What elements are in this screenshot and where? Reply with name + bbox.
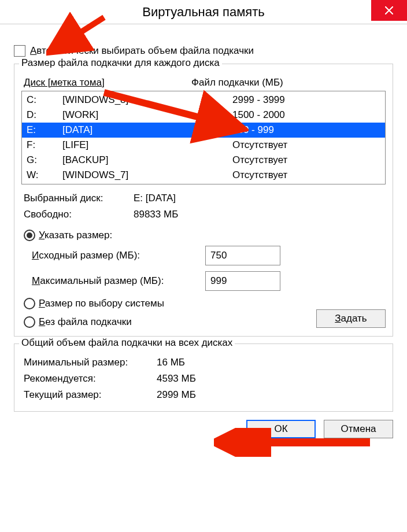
custom-size-radio-row[interactable]: Указать размер: (24, 230, 386, 241)
drive-paging-size: Отсутствует (232, 153, 380, 168)
drive-label: [WORK] (62, 108, 232, 123)
drive-label: [WINDOWS_7] (62, 168, 232, 183)
dialog-buttons: ОК Отмена (14, 420, 393, 438)
drives-group-label: Размер файла подкачки для каждого диска (19, 57, 222, 69)
close-button[interactable] (371, 0, 407, 21)
min-size-label: Минимальный размер: (24, 354, 157, 371)
totals-group: Общий объем файла подкачки на всех диска… (14, 343, 393, 412)
drive-list-headers: Диск [метка тома] Файл подкачки (МБ) (24, 77, 386, 88)
drives-group: Размер файла подкачки для каждого диска … (14, 64, 393, 337)
min-size-value: 16 МБ (157, 354, 185, 371)
close-icon (385, 6, 393, 14)
selected-drive-info: Выбранный диск: E: [DATA] Свободно: 8983… (24, 190, 386, 223)
initial-size-input[interactable] (205, 246, 280, 265)
drive-label: [WINDOWS_8] (62, 93, 232, 108)
drive-label: [LIFE] (62, 138, 232, 153)
no-paging-radio[interactable] (24, 316, 35, 328)
drive-row[interactable]: D: [WORK] 1500 - 2000 (22, 108, 385, 123)
drive-letter: F: (27, 138, 62, 153)
system-size-label: Размер по выбору системы (39, 298, 164, 309)
cancel-button[interactable]: Отмена (324, 420, 393, 438)
drive-row[interactable]: W: [WINDOWS_7] Отсутствует (22, 168, 385, 183)
drive-label: [BACKUP] (62, 153, 232, 168)
totals-group-label: Общий объем файла подкачки на всех диска… (19, 337, 235, 349)
window-title: Виртуальная память (142, 5, 264, 20)
titlebar: Виртуальная память (0, 0, 407, 24)
auto-manage-label: Автоматически выбирать объем файла подка… (30, 45, 254, 57)
drive-label: [DATA] (62, 123, 232, 138)
current-size-value: 2999 МБ (157, 387, 196, 403)
selected-drive-value: E: [DATA] (134, 190, 176, 206)
drive-paging-size: 1500 - 2000 (232, 108, 380, 123)
free-space-label: Свободно: (24, 206, 134, 223)
custom-size-label: Указать размер: (39, 230, 112, 241)
header-paging: Файл подкачки (МБ) (191, 77, 283, 88)
free-space-value: 89833 МБ (134, 206, 178, 223)
header-drive: Диск [метка тома] (24, 77, 191, 88)
auto-manage-row[interactable]: Автоматически выбирать объем файла подка… (14, 45, 393, 57)
system-size-radio[interactable] (24, 298, 35, 309)
max-size-input[interactable] (205, 271, 280, 291)
drive-letter: G: (27, 153, 62, 168)
selected-drive-label: Выбранный диск: (24, 190, 134, 206)
drive-paging-size: 2999 - 3999 (232, 93, 380, 108)
drive-letter: E: (27, 123, 62, 138)
drive-paging-size: 750 - 999 (232, 123, 380, 138)
drive-paging-size: Отсутствует (232, 138, 380, 153)
recommended-value: 4593 МБ (157, 371, 196, 387)
drive-letter: C: (27, 93, 62, 108)
set-button[interactable]: Задать (316, 309, 386, 328)
max-size-label: Максимальный размер (МБ): (32, 275, 205, 287)
no-paging-label: Без файла подкачки (39, 316, 132, 328)
drive-row[interactable]: F: [LIFE] Отсутствует (22, 138, 385, 153)
drive-row[interactable]: C: [WINDOWS_8] 2999 - 3999 (22, 93, 385, 108)
drive-row[interactable]: G: [BACKUP] Отсутствует (22, 153, 385, 168)
custom-size-radio[interactable] (24, 230, 35, 241)
drive-letter: W: (27, 168, 62, 183)
drive-row[interactable]: E: [DATA] 750 - 999 (22, 123, 385, 138)
initial-size-label: Исходный размер (МБ): (32, 250, 205, 261)
ok-button[interactable]: ОК (246, 420, 316, 438)
recommended-label: Рекомендуется: (24, 371, 157, 387)
drive-paging-size: Отсутствует (232, 168, 380, 183)
drive-list[interactable]: C: [WINDOWS_8] 2999 - 3999 D: [WORK] 150… (21, 91, 386, 184)
system-size-radio-row[interactable]: Размер по выбору системы (24, 298, 386, 309)
auto-manage-checkbox[interactable] (14, 45, 25, 57)
drive-letter: D: (27, 108, 62, 123)
current-size-label: Текущий размер: (24, 387, 157, 403)
